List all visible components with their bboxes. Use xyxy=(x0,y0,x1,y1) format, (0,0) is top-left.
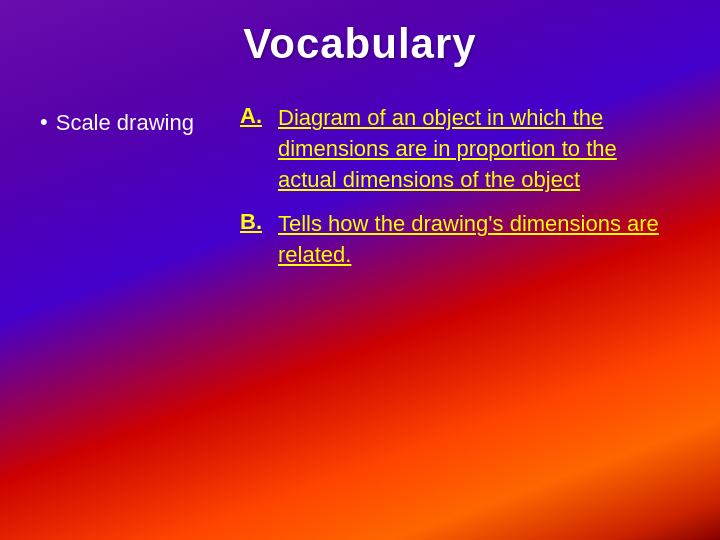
bullet-dot: • xyxy=(40,108,48,137)
definition-item-b: B. Tells how the drawing's dimensions ar… xyxy=(240,209,680,271)
definition-list: A. Diagram of an object in which the dim… xyxy=(240,103,680,271)
bullet-item: • Scale drawing xyxy=(40,108,220,139)
def-label-b: B. xyxy=(240,209,268,235)
definition-item-a: A. Diagram of an object in which the dim… xyxy=(240,103,680,195)
def-label-a: A. xyxy=(240,103,268,129)
right-column: A. Diagram of an object in which the dim… xyxy=(240,98,680,285)
bullet-text: Scale drawing xyxy=(56,108,194,139)
title-area: Vocabulary xyxy=(40,20,680,68)
def-text-b: Tells how the drawing's dimensions are r… xyxy=(278,209,680,271)
slide: Vocabulary • Scale drawing A. Diagram of… xyxy=(0,0,720,540)
def-text-a: Diagram of an object in which the dimens… xyxy=(278,103,680,195)
left-column: • Scale drawing xyxy=(40,98,220,139)
content-area: • Scale drawing A. Diagram of an object … xyxy=(40,98,680,510)
slide-title: Vocabulary xyxy=(40,20,680,68)
